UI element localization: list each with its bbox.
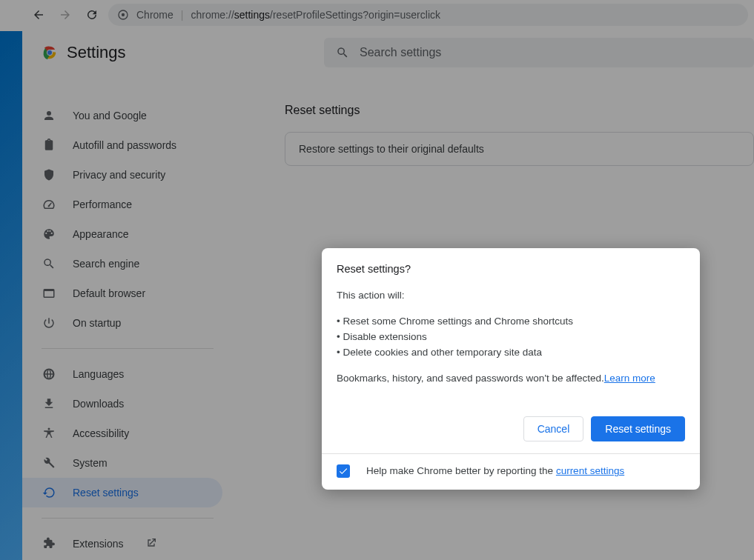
dialog-bullet-2: • Disable extensions — [337, 330, 685, 345]
dialog-note: Bookmarks, history, and saved passwords … — [337, 371, 685, 387]
check-icon — [338, 466, 348, 476]
current-settings-link[interactable]: current settings — [556, 465, 624, 476]
dialog-intro: This action will: — [337, 288, 685, 304]
dialog-actions: Cancel Reset settings — [322, 410, 700, 453]
reset-settings-dialog: Reset settings? This action will: • Rese… — [322, 248, 700, 490]
cancel-button[interactable]: Cancel — [523, 416, 584, 441]
learn-more-link[interactable]: Learn more — [604, 373, 655, 384]
dialog-text: This action will: • Reset some Chrome se… — [337, 288, 685, 387]
dialog-body: Reset settings? This action will: • Rese… — [322, 248, 700, 410]
reset-settings-button[interactable]: Reset settings — [591, 416, 685, 441]
dialog-bullet-1: • Reset some Chrome settings and Chrome … — [337, 314, 685, 330]
dialog-bullet-3: • Delete cookies and other temporary sit… — [337, 345, 685, 361]
dialog-title: Reset settings? — [337, 263, 685, 275]
footer-text: Help make Chrome better by reporting the… — [366, 465, 624, 476]
report-checkbox[interactable] — [337, 464, 350, 478]
dialog-footer: Help make Chrome better by reporting the… — [322, 453, 700, 490]
